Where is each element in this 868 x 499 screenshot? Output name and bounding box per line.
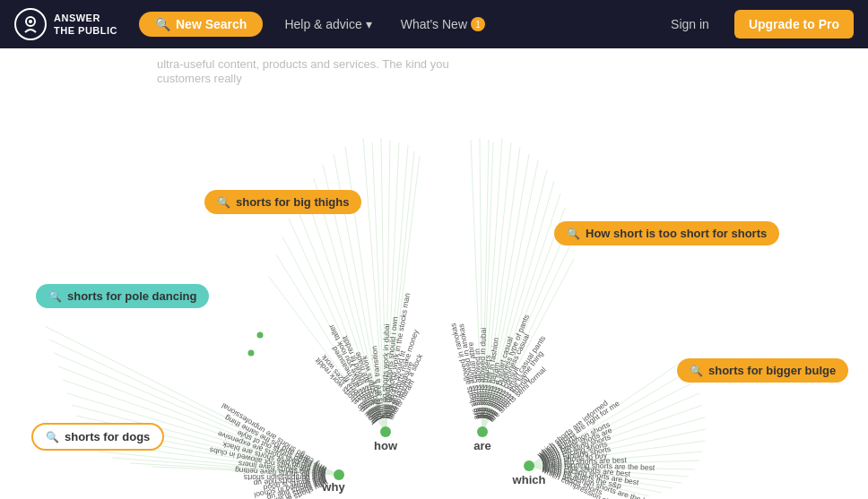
whats-new-badge: 1 <box>471 17 485 31</box>
why-radial-texts: why cargo shorts are unprofessional why … <box>209 401 331 499</box>
search-icon: 🔍 <box>217 196 230 209</box>
sign-in-button[interactable]: Sign in <box>660 17 720 31</box>
are-radial-texts: are shorts allowed in dubai are shorts t… <box>448 313 548 424</box>
visualization-area: how are why which how do shorts work in … <box>0 48 868 499</box>
how-node[interactable] <box>380 426 391 437</box>
are-node[interactable] <box>477 426 488 437</box>
dogs-pill[interactable]: 🔍 shorts for dogs <box>31 423 164 451</box>
pole-dancing-label: shorts for pole dancing <box>67 289 196 303</box>
bigger-bulge-pill[interactable]: 🔍 shorts for bigger bulge <box>677 358 848 383</box>
which-label: which <box>512 473 546 486</box>
bg-text-1: ultra-useful content, products and servi… <box>157 57 449 71</box>
help-advice-label: Help & advice <box>284 17 361 31</box>
dogs-label: shorts for dogs <box>65 430 150 443</box>
bigger-bulge-label: shorts for bigger bulge <box>708 364 836 377</box>
which-node[interactable] <box>524 460 534 471</box>
sign-in-label: Sign in <box>671 17 709 31</box>
are-label: are <box>473 439 491 452</box>
logo-text: ANSWER THE PUBLIC <box>54 12 117 38</box>
new-search-button[interactable]: 🔍 New Search <box>139 12 263 37</box>
big-thighs-pill[interactable]: 🔍 shorts for big thighs <box>204 190 361 214</box>
how-label: how <box>374 439 398 452</box>
search-icon: 🔍 <box>48 290 62 303</box>
search-icon: 🔍 <box>690 365 703 377</box>
search-icon: 🔍 <box>567 228 580 240</box>
search-icon: 🔍 <box>46 431 59 443</box>
svg-point-1 <box>29 20 32 23</box>
too-short-pill[interactable]: 🔍 How short is too short for shorts <box>554 221 779 245</box>
new-search-label: New Search <box>176 17 247 31</box>
bg-text-2: customers really <box>157 72 242 85</box>
whats-new-label: What's New <box>401 17 467 31</box>
logo-icon <box>14 8 47 40</box>
help-advice-nav[interactable]: Help & advice ▾ <box>277 17 378 31</box>
why-node[interactable] <box>334 469 344 480</box>
upgrade-button[interactable]: Upgrade to Pro <box>734 10 854 39</box>
whats-new-nav[interactable]: What's New 1 <box>394 17 492 31</box>
big-thighs-label: shorts for big thighs <box>236 195 349 209</box>
upgrade-label: Upgrade to Pro <box>749 17 839 31</box>
logo-area: ANSWER THE PUBLIC <box>14 8 117 40</box>
svg-point-134 <box>248 350 255 357</box>
chevron-down-icon: ▾ <box>366 17 372 31</box>
pole-dancing-pill[interactable]: 🔍 shorts for pole dancing <box>36 284 209 308</box>
too-short-label: How short is too short for shorts <box>586 227 767 240</box>
svg-point-135 <box>257 332 264 339</box>
search-icon: 🔍 <box>155 17 170 31</box>
app-header: ANSWER THE PUBLIC 🔍 New Search Help & ad… <box>0 0 868 48</box>
